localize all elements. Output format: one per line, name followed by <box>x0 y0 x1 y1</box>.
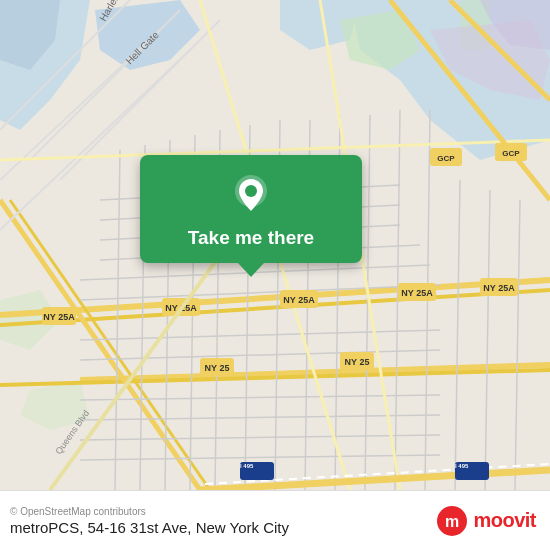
svg-text:NY 25A: NY 25A <box>43 312 75 322</box>
svg-text:m: m <box>445 513 459 530</box>
svg-text:NY 25A: NY 25A <box>283 295 315 305</box>
footer: © OpenStreetMap contributors metroPCS, 5… <box>0 490 550 550</box>
moovit-logo: m moovit <box>436 505 536 537</box>
svg-text:I 495: I 495 <box>240 463 254 469</box>
svg-text:NY 25A: NY 25A <box>483 283 515 293</box>
svg-text:NY 25: NY 25 <box>345 357 370 367</box>
osm-credit: © OpenStreetMap contributors <box>10 506 289 517</box>
svg-text:NY 25: NY 25 <box>205 363 230 373</box>
moovit-brand-text: moovit <box>473 509 536 532</box>
moovit-logo-icon: m <box>436 505 468 537</box>
take-me-there-card[interactable]: Take me there <box>140 155 362 263</box>
map-container: NY 25A NY 25A NY 25A NY 25A NY 25A NY 25… <box>0 0 550 490</box>
svg-text:I 495: I 495 <box>455 463 469 469</box>
svg-point-84 <box>245 185 257 197</box>
svg-text:NY 25A: NY 25A <box>401 288 433 298</box>
location-label: metroPCS, 54-16 31st Ave, New York City <box>10 519 289 536</box>
footer-left: © OpenStreetMap contributors metroPCS, 5… <box>10 506 289 536</box>
svg-text:GCP: GCP <box>437 154 455 163</box>
location-pin-icon <box>229 173 273 217</box>
svg-text:GCP: GCP <box>502 149 520 158</box>
take-me-there-button-label: Take me there <box>188 227 314 249</box>
